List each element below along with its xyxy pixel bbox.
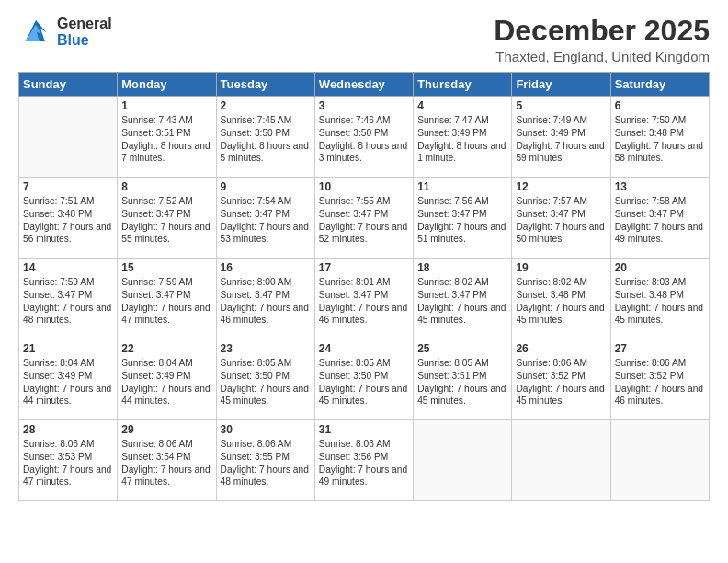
day-number: 8 [121, 180, 211, 193]
sunset: Sunset: 3:47 PM [121, 208, 211, 221]
sunrise: Sunrise: 7:59 AM [121, 276, 211, 289]
week-row-1: 1Sunrise: 7:43 AMSunset: 3:51 PMDaylight… [19, 97, 710, 178]
sunrise: Sunrise: 7:47 AM [417, 114, 507, 127]
subtitle: Thaxted, England, United Kingdom [494, 49, 710, 64]
sunrise: Sunrise: 8:03 AM [615, 276, 705, 289]
calendar-cell: 14Sunrise: 7:59 AMSunset: 3:47 PMDayligh… [19, 259, 118, 339]
sunrise: Sunrise: 8:01 AM [319, 276, 409, 289]
calendar-cell: 12Sunrise: 7:57 AMSunset: 3:47 PMDayligh… [512, 178, 610, 259]
sunrise: Sunrise: 8:05 AM [319, 357, 409, 370]
calendar-cell: 30Sunrise: 8:06 AMSunset: 3:55 PMDayligh… [216, 420, 314, 501]
day-number: 14 [23, 261, 113, 274]
sunrise: Sunrise: 8:02 AM [417, 276, 507, 289]
calendar-cell: 18Sunrise: 8:02 AMSunset: 3:47 PMDayligh… [414, 259, 512, 339]
daylight-hours: Daylight: 7 hours and 48 minutes. [23, 302, 113, 327]
day-number: 28 [23, 423, 113, 436]
sunset: Sunset: 3:52 PM [615, 370, 705, 383]
sunset: Sunset: 3:48 PM [516, 289, 606, 302]
sunrise: Sunrise: 7:46 AM [319, 114, 409, 127]
calendar-cell: 7Sunrise: 7:51 AMSunset: 3:48 PMDaylight… [19, 178, 118, 259]
sunset: Sunset: 3:51 PM [121, 127, 211, 140]
daylight-hours: Daylight: 8 hours and 1 minute. [417, 140, 507, 166]
calendar-cell: 20Sunrise: 8:03 AMSunset: 3:48 PMDayligh… [610, 259, 709, 339]
logo-text: General Blue [57, 16, 112, 50]
day-number: 29 [121, 423, 211, 436]
sunset: Sunset: 3:55 PM [221, 451, 311, 464]
day-number: 20 [615, 261, 705, 274]
daylight-hours: Daylight: 8 hours and 5 minutes. [221, 140, 311, 166]
calendar-cell: 29Sunrise: 8:06 AMSunset: 3:54 PMDayligh… [118, 420, 216, 501]
week-row-2: 7Sunrise: 7:51 AMSunset: 3:48 PMDaylight… [19, 178, 710, 259]
sunset: Sunset: 3:56 PM [319, 451, 409, 464]
sunrise: Sunrise: 7:43 AM [121, 114, 211, 127]
sunrise: Sunrise: 8:05 AM [221, 357, 311, 370]
day-number: 25 [417, 342, 507, 355]
page: General Blue December 2025 Thaxted, Engl… [0, 0, 728, 511]
daylight-hours: Daylight: 7 hours and 52 minutes. [319, 221, 409, 247]
daylight-hours: Daylight: 7 hours and 51 minutes. [417, 221, 507, 247]
sunset: Sunset: 3:47 PM [615, 208, 705, 221]
calendar-cell: 1Sunrise: 7:43 AMSunset: 3:51 PMDaylight… [118, 97, 216, 178]
daylight-hours: Daylight: 7 hours and 59 minutes. [516, 140, 606, 166]
sunset: Sunset: 3:50 PM [221, 370, 311, 383]
calendar-cell: 10Sunrise: 7:55 AMSunset: 3:47 PMDayligh… [314, 178, 413, 259]
day-number: 30 [221, 423, 311, 436]
sunset: Sunset: 3:52 PM [516, 370, 606, 383]
calendar-cell: 8Sunrise: 7:52 AMSunset: 3:47 PMDaylight… [118, 178, 216, 259]
day-header-friday: Friday [512, 73, 610, 97]
sunrise: Sunrise: 8:04 AM [23, 357, 113, 370]
sunset: Sunset: 3:51 PM [417, 370, 507, 383]
title-block: December 2025 Thaxted, England, United K… [494, 15, 710, 64]
sunrise: Sunrise: 7:57 AM [516, 195, 606, 208]
sunset: Sunset: 3:47 PM [516, 208, 606, 221]
day-header-saturday: Saturday [610, 73, 709, 97]
calendar-cell: 2Sunrise: 7:45 AMSunset: 3:50 PMDaylight… [216, 97, 314, 178]
day-number: 9 [221, 180, 311, 193]
sunset: Sunset: 3:50 PM [221, 127, 311, 140]
sunrise: Sunrise: 7:52 AM [121, 195, 211, 208]
calendar-cell: 22Sunrise: 8:04 AMSunset: 3:49 PMDayligh… [118, 339, 216, 420]
calendar-cell: 9Sunrise: 7:54 AMSunset: 3:47 PMDaylight… [216, 178, 314, 259]
sunrise: Sunrise: 8:06 AM [319, 438, 409, 451]
sunrise: Sunrise: 8:04 AM [121, 357, 211, 370]
calendar-cell: 25Sunrise: 8:05 AMSunset: 3:51 PMDayligh… [414, 339, 512, 420]
sunset: Sunset: 3:50 PM [319, 127, 409, 140]
day-number: 3 [319, 99, 409, 112]
week-row-3: 14Sunrise: 7:59 AMSunset: 3:47 PMDayligh… [19, 259, 710, 339]
sunrise: Sunrise: 7:51 AM [23, 195, 113, 208]
day-number: 17 [319, 261, 409, 274]
day-number: 5 [516, 99, 606, 112]
week-row-4: 21Sunrise: 8:04 AMSunset: 3:49 PMDayligh… [19, 339, 710, 420]
calendar-cell: 24Sunrise: 8:05 AMSunset: 3:50 PMDayligh… [314, 339, 413, 420]
day-number: 6 [615, 99, 705, 112]
daylight-hours: Daylight: 7 hours and 45 minutes. [516, 302, 606, 327]
daylight-hours: Daylight: 8 hours and 7 minutes. [121, 140, 211, 166]
daylight-hours: Daylight: 7 hours and 49 minutes. [319, 464, 409, 489]
daylight-hours: Daylight: 7 hours and 55 minutes. [121, 221, 211, 247]
day-number: 13 [615, 180, 705, 193]
daylight-hours: Daylight: 7 hours and 46 minutes. [221, 302, 311, 327]
month-title: December 2025 [494, 15, 710, 47]
daylight-hours: Daylight: 7 hours and 48 minutes. [221, 464, 311, 489]
sunset: Sunset: 3:48 PM [615, 289, 705, 302]
sunset: Sunset: 3:47 PM [221, 289, 311, 302]
calendar-cell: 11Sunrise: 7:56 AMSunset: 3:47 PMDayligh… [414, 178, 512, 259]
day-number: 2 [221, 99, 311, 112]
header-row: SundayMondayTuesdayWednesdayThursdayFrid… [19, 73, 710, 97]
sunset: Sunset: 3:54 PM [121, 451, 211, 464]
day-number: 19 [516, 261, 606, 274]
sunrise: Sunrise: 7:59 AM [23, 276, 113, 289]
sunset: Sunset: 3:49 PM [121, 370, 211, 383]
sunset: Sunset: 3:47 PM [121, 289, 211, 302]
sunset: Sunset: 3:47 PM [417, 208, 507, 221]
daylight-hours: Daylight: 7 hours and 46 minutes. [615, 383, 705, 408]
daylight-hours: Daylight: 7 hours and 56 minutes. [23, 221, 113, 247]
daylight-hours: Daylight: 7 hours and 45 minutes. [615, 302, 705, 327]
calendar-cell: 15Sunrise: 7:59 AMSunset: 3:47 PMDayligh… [118, 259, 216, 339]
calendar-cell: 27Sunrise: 8:06 AMSunset: 3:52 PMDayligh… [610, 339, 709, 420]
day-header-sunday: Sunday [19, 73, 118, 97]
header: General Blue December 2025 Thaxted, Engl… [18, 15, 710, 64]
sunset: Sunset: 3:50 PM [319, 370, 409, 383]
daylight-hours: Daylight: 7 hours and 45 minutes. [319, 383, 409, 408]
day-header-tuesday: Tuesday [216, 73, 314, 97]
